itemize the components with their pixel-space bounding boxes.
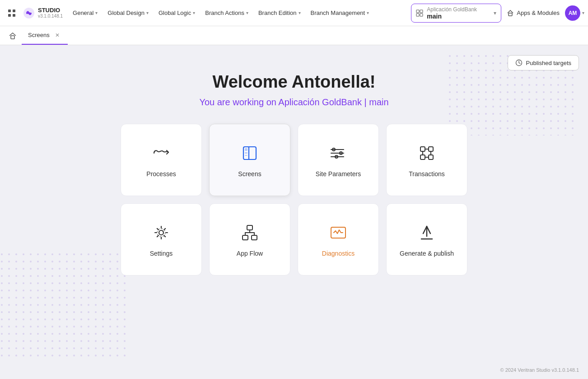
app-version: v3.1.0.148.1 — [38, 14, 63, 19]
welcome-section: Welcome Antonella! You are working on Ap… — [0, 72, 588, 108]
screens-tab-label: Screens — [28, 32, 50, 38]
svg-point-29 — [157, 229, 165, 237]
screens-icon — [239, 142, 261, 164]
published-targets-label: Published targets — [526, 60, 571, 66]
apps-modules-icon — [507, 9, 514, 17]
main-content: Published targets Welcome Antonella! You… — [0, 45, 588, 379]
svg-rect-9 — [509, 13, 512, 16]
app-selector[interactable]: Aplicación GoldBank main ▾ — [411, 4, 501, 23]
welcome-title: Welcome Antonella! — [0, 72, 588, 92]
card-transactions-label: Transactions — [409, 170, 445, 178]
card-app-flow-label: App Flow — [237, 250, 263, 257]
svg-rect-6 — [420, 10, 423, 13]
chevron-down-icon: ▾ — [193, 10, 195, 15]
svg-rect-24 — [420, 147, 425, 151]
expand-icon — [416, 9, 423, 17]
avatar[interactable]: AM — [565, 5, 580, 21]
card-site-parameters-label: Site Parameters — [316, 170, 361, 178]
generate-publish-icon — [416, 222, 438, 243]
card-diagnostics-label: Diagnostics — [322, 250, 355, 257]
home-button[interactable] — [5, 28, 20, 43]
tabbar: Screens ✕ — [0, 26, 588, 45]
chevron-down-icon: ▾ — [494, 10, 496, 16]
transactions-icon — [416, 142, 438, 164]
card-processes[interactable]: Processes — [121, 124, 202, 196]
svg-rect-8 — [420, 14, 423, 16]
card-processes-label: Processes — [146, 170, 176, 178]
svg-rect-30 — [247, 225, 252, 230]
chevron-down-icon: ▾ — [367, 10, 369, 15]
chevron-down-icon: ▾ — [299, 10, 301, 15]
svg-rect-2 — [8, 14, 11, 17]
app-selector-branch: main — [427, 13, 477, 20]
chevron-down-icon: ▾ — [246, 10, 248, 15]
card-screens[interactable]: Screens — [209, 124, 290, 196]
footer: © 2024 Veritran Studio v3.1.0.148.1 — [500, 367, 579, 373]
nav-general[interactable]: General ▾ — [68, 7, 102, 19]
nav-branch-management[interactable]: Branch Management ▾ — [306, 7, 374, 19]
card-generate-publish[interactable]: Generate & publish — [386, 203, 467, 276]
avatar-chevron-icon[interactable]: ▾ — [582, 10, 584, 15]
nav-global-logic[interactable]: Global Logic ▾ — [154, 7, 200, 19]
svg-rect-20 — [245, 155, 247, 156]
svg-rect-3 — [13, 14, 15, 17]
svg-point-28 — [159, 230, 163, 235]
apps-modules-button[interactable]: Apps & Modules — [502, 7, 564, 19]
processes-icon — [150, 142, 172, 164]
apps-modules-label: Apps & Modules — [517, 9, 560, 16]
published-targets-button[interactable]: Published targets — [508, 55, 579, 70]
svg-rect-5 — [416, 10, 419, 13]
nav-global-design[interactable]: Global Design ▾ — [103, 7, 153, 19]
site-parameters-icon — [327, 142, 349, 164]
nav-branch-edition[interactable]: Branch Edition ▾ — [254, 7, 305, 19]
card-settings-label: Settings — [150, 250, 173, 257]
svg-rect-10 — [11, 36, 14, 39]
card-transactions[interactable]: Transactions — [386, 124, 467, 196]
chevron-down-icon: ▾ — [95, 10, 98, 15]
svg-rect-25 — [429, 147, 433, 151]
card-generate-publish-label: Generate & publish — [400, 250, 454, 257]
svg-rect-32 — [252, 235, 257, 240]
card-app-flow[interactable]: App Flow — [209, 203, 290, 276]
studio-logo: STUDIO v3.1.0.148.1 — [23, 7, 63, 19]
cards-grid: Processes Screens — [0, 124, 588, 276]
app-title: STUDIO — [38, 7, 63, 14]
card-diagnostics[interactable]: Diagnostics — [298, 203, 379, 276]
grid-menu-icon[interactable] — [4, 5, 20, 21]
card-site-parameters[interactable]: Site Parameters — [298, 124, 379, 196]
top-navigation: STUDIO v3.1.0.148.1 General ▾ Global Des… — [0, 0, 588, 26]
svg-rect-0 — [8, 9, 11, 12]
svg-rect-26 — [420, 155, 425, 159]
svg-rect-19 — [245, 152, 247, 154]
app-flow-icon — [239, 222, 261, 243]
card-screens-label: Screens — [238, 170, 261, 178]
chevron-down-icon: ▾ — [146, 10, 149, 15]
svg-rect-1 — [13, 9, 15, 12]
screens-tab[interactable]: Screens ✕ — [22, 26, 68, 45]
svg-rect-7 — [416, 14, 419, 16]
diagnostics-icon — [327, 222, 349, 243]
welcome-subtitle: You are working on Aplicación GoldBank |… — [0, 97, 588, 108]
svg-rect-27 — [429, 155, 433, 159]
card-settings[interactable]: Settings — [121, 203, 202, 276]
clock-icon — [515, 59, 523, 66]
svg-rect-18 — [245, 148, 247, 151]
footer-text: © 2024 Veritran Studio v3.1.0.148.1 — [500, 367, 579, 373]
app-selector-name: Aplicación GoldBank — [427, 6, 477, 13]
nav-branch-actions[interactable]: Branch Actions ▾ — [201, 7, 253, 19]
settings-icon — [150, 222, 172, 243]
tab-close-icon[interactable]: ✕ — [53, 31, 61, 39]
svg-rect-31 — [243, 235, 248, 240]
